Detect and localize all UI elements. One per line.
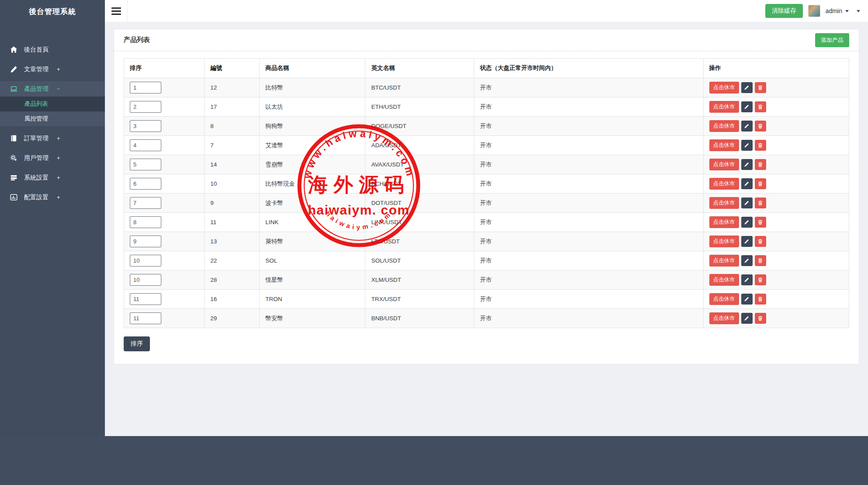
server-icon [10,174,17,181]
sort-input[interactable] [130,82,161,94]
add-product-button[interactable]: 添加产品 [815,33,849,47]
table-row: 10 比特幣現金 BCH/USDT 开市 点击休市 [124,174,849,194]
delete-button[interactable] [755,236,766,247]
row-name: 恆星幣 [260,270,365,290]
edit-button[interactable] [741,255,753,266]
sidebar-item-articles[interactable]: 文章管理 + [0,62,105,77]
sort-input[interactable] [130,274,161,286]
close-market-button[interactable]: 点击休市 [709,82,739,94]
sort-input[interactable] [130,139,161,151]
hamburger-menu-button[interactable] [105,0,128,22]
sort-cell [124,290,205,309]
row-en-name: DOT/USDT [365,194,474,213]
sidebar-item-home[interactable]: 後台首頁 [0,42,105,57]
delete-button[interactable] [755,82,766,93]
sort-input[interactable] [130,236,161,247]
row-id: 17 [205,97,260,117]
row-en-name: BCH/USDT [365,174,474,194]
sort-input[interactable] [130,255,161,267]
clear-cache-button[interactable]: 清除緩存 [765,4,803,18]
close-market-button[interactable]: 点击休市 [709,120,739,132]
sort-cell [124,232,205,251]
sidebar-subitem-product-list[interactable]: 產品列表 [0,97,105,111]
close-market-button[interactable]: 点击休市 [709,255,739,267]
delete-button[interactable] [755,255,766,266]
sidebar-subitem-risk-management[interactable]: 風控管理 [0,111,105,126]
edit-button[interactable] [741,313,753,324]
close-market-button[interactable]: 点击休市 [709,274,739,286]
pencil-icon [744,296,750,302]
table-row: 16 TRON TRX/USDT 开市 点击休市 [124,290,849,309]
delete-button[interactable] [755,313,766,324]
trash-icon [757,315,763,321]
sidebar-item-label: 系統設置 [24,174,49,182]
delete-button[interactable] [755,121,766,132]
sidebar-item-products[interactable]: 產品管理 − [0,81,105,97]
close-market-button[interactable]: 点击休市 [709,139,739,151]
pencil-icon [744,277,750,283]
edit-button[interactable] [741,140,753,151]
sidebar-item-orders[interactable]: 訂單管理 + [0,131,105,146]
row-id: 9 [205,194,260,213]
avatar[interactable] [808,5,820,17]
sort-cell [124,194,205,213]
delete-button[interactable] [755,197,766,208]
delete-button[interactable] [755,101,766,112]
sidebar-item-system-settings[interactable]: 系統設置 + [0,170,105,185]
sidebar-item-config-settings[interactable]: 配置設置 + [0,190,105,205]
sidebar-item-users[interactable]: 用戶管理 + [0,150,105,166]
chevron-down-icon[interactable] [857,10,860,12]
column-header-en: 英文名稱 [365,59,474,78]
row-id: 16 [205,290,260,309]
sort-input[interactable] [130,178,161,190]
edit-button[interactable] [741,101,753,112]
product-table: 排序 編號 商品名稱 英文名稱 状态（大盘正常开市时间内） 操作 12 比特幣 … [124,58,849,328]
row-name: 雪崩幣 [260,155,365,174]
trash-icon [757,200,763,206]
sort-input[interactable] [130,197,161,209]
delete-button[interactable] [755,274,766,285]
edit-button[interactable] [741,294,753,305]
row-en-name: TRX/USDT [365,290,474,309]
trash-icon [757,258,763,263]
sidebar-item-label: 用戶管理 [24,154,49,162]
edit-button[interactable] [741,159,753,170]
row-en-name: ADA/USDT [365,136,474,155]
delete-button[interactable] [755,217,766,228]
sort-cell [124,309,205,328]
user-dropdown[interactable]: admin [826,7,849,14]
sort-input[interactable] [130,312,161,324]
close-market-button[interactable]: 点击休市 [709,312,739,324]
close-market-button[interactable]: 点击休市 [709,293,739,305]
close-market-button[interactable]: 点击休市 [709,101,739,113]
edit-button[interactable] [741,236,753,247]
delete-button[interactable] [755,294,766,305]
sort-submit-button[interactable]: 排序 [124,336,150,351]
edit-button[interactable] [741,274,753,285]
sort-input[interactable] [130,293,161,305]
close-market-button[interactable]: 点击休市 [709,159,739,170]
sidebar: 後台管理系統 後台首頁 文章管理 + 產品管理 − [0,0,105,436]
sort-input[interactable] [130,216,161,228]
edit-button[interactable] [741,178,753,189]
edit-button[interactable] [741,82,753,93]
close-market-button[interactable]: 点击休市 [709,216,739,228]
column-header-op: 操作 [703,59,849,78]
sort-input[interactable] [130,120,161,132]
close-market-button[interactable]: 点击休市 [709,178,739,190]
book-icon [10,135,17,142]
pencil-icon [10,66,17,73]
delete-button[interactable] [755,140,766,151]
table-row: 29 幣安幣 BNB/USDT 开市 点击休市 [124,309,849,328]
edit-button[interactable] [741,197,753,208]
edit-button[interactable] [741,217,753,228]
sort-input[interactable] [130,159,161,170]
row-status: 开市 [474,155,703,174]
close-market-button[interactable]: 点击休市 [709,236,739,247]
delete-button[interactable] [755,159,766,170]
row-name: 幣安幣 [260,309,365,328]
close-market-button[interactable]: 点击休市 [709,197,739,209]
delete-button[interactable] [755,178,766,189]
edit-button[interactable] [741,121,753,132]
sort-input[interactable] [130,101,161,113]
